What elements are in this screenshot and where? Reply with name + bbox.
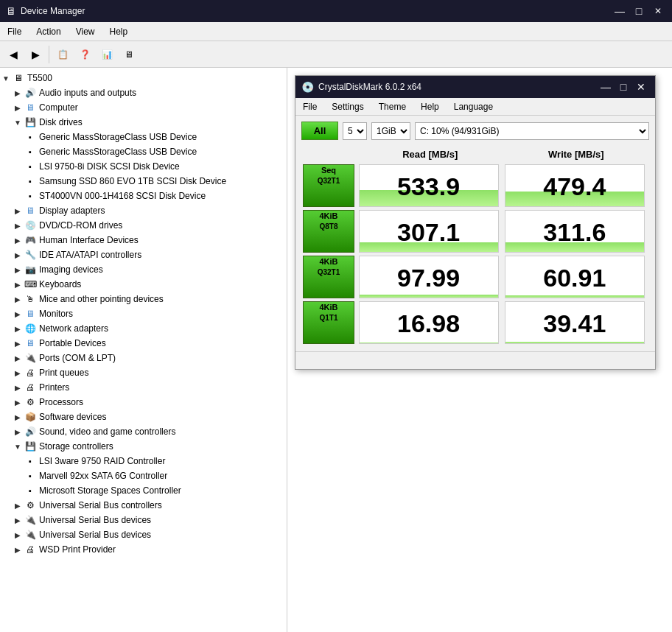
disk5-icon: ▪: [24, 189, 37, 203]
tree-item-mice[interactable]: ▶ 🖱 Mice and other pointing devices: [0, 292, 287, 306]
storage-ctrl-icon: 💾: [24, 440, 37, 453]
tree-item-disk4[interactable]: ▪ Samsung SSD 860 EVO 1TB SCSI Disk Devi…: [0, 174, 287, 189]
wsd-expand-icon[interactable]: ▶: [12, 544, 24, 555]
tree-item-software[interactable]: ▶ 📦 Software devices: [0, 410, 287, 424]
tree-item-imaging[interactable]: ▶ 📷 Imaging devices: [0, 262, 287, 277]
display-icon: 🖥: [24, 204, 37, 217]
monitors-expand-icon[interactable]: ▶: [12, 308, 24, 320]
tree-item-disk5[interactable]: ▪ ST4000VN 000-1H4168 SCSI Disk Device: [0, 189, 287, 203]
minimize-button[interactable]: —: [612, 3, 628, 19]
network-icon: 🌐: [24, 322, 37, 335]
cdm-maximize-button[interactable]: □: [615, 79, 631, 95]
menu-action[interactable]: Action: [29, 24, 68, 40]
toolbar-help-btn[interactable]: ❓: [74, 44, 95, 65]
close-button[interactable]: ✕: [650, 3, 666, 19]
dvd-expand-icon[interactable]: ▶: [12, 220, 24, 231]
cdm-close-button[interactable]: ✕: [633, 79, 649, 95]
hid-expand-icon[interactable]: ▶: [12, 234, 24, 246]
cdm-read-cell: 16.98: [357, 300, 503, 345]
tree-item-storage-ctrl[interactable]: ▼ 💾 Storage controllers: [0, 439, 287, 454]
toolbar: ◀ ▶ 📋 ❓ 📊 🖥: [0, 41, 672, 68]
tree-item-usb-ctrl[interactable]: ▶ 🔌 Universal Serial Bus devices: [0, 513, 287, 527]
tree-root[interactable]: ▼ 🖥 T5500: [0, 71, 287, 85]
sound-expand-icon[interactable]: ▶: [12, 426, 24, 438]
tree-item-computer[interactable]: ▶ 🖥 Computer: [0, 100, 287, 115]
tree-item-printers[interactable]: ▶ 🖨 Printers: [0, 380, 287, 395]
tree-item-sound[interactable]: ▶ 🔊 Sound, video and game controllers: [0, 424, 287, 439]
imaging-expand-icon[interactable]: ▶: [12, 264, 24, 275]
system-expand-icon[interactable]: ▶: [12, 499, 24, 511]
tree-item-processors[interactable]: ▶ ⚙ Processors: [0, 395, 287, 410]
printers-expand-icon[interactable]: ▶: [12, 382, 24, 393]
tree-item-portable[interactable]: ▶ 🖥 Portable Devices: [0, 336, 287, 351]
cdm-all-button[interactable]: All: [301, 122, 338, 140]
menu-help[interactable]: Help: [102, 24, 136, 40]
usb-dev-expand-icon[interactable]: ▶: [12, 529, 24, 541]
tree-item-storage3[interactable]: ▪ Microsoft Storage Spaces Controller: [0, 483, 287, 498]
root-expand-icon[interactable]: ▼: [0, 72, 12, 84]
cdm-drive-select[interactable]: C: 10% (94/931GiB): [415, 122, 649, 140]
cdm-menu-theme[interactable]: Theme: [371, 99, 413, 114]
processors-expand-icon[interactable]: ▶: [12, 396, 24, 408]
processors-icon: ⚙: [24, 396, 37, 409]
toolbar-properties-btn[interactable]: 📋: [52, 44, 73, 65]
network-expand-icon[interactable]: ▶: [12, 323, 24, 334]
menu-view[interactable]: View: [69, 24, 102, 40]
usb-ctrl-expand-icon[interactable]: ▶: [12, 514, 24, 526]
storage-ctrl-label: Storage controllers: [39, 441, 113, 452]
title-bar-controls: — □ ✕: [612, 3, 666, 19]
tree-item-audio[interactable]: ▶ 🔊 Audio inputs and outputs: [0, 85, 287, 100]
printq-expand-icon[interactable]: ▶: [12, 367, 24, 379]
cdm-row-label: SeqQ32T1: [301, 163, 357, 208]
toolbar-sep-1: [49, 46, 49, 63]
tree-item-storage1[interactable]: ▪ LSI 3ware 9750 RAID Controller: [0, 454, 287, 468]
toolbar-forward-btn[interactable]: ▶: [25, 44, 46, 65]
cdm-title-text: CrystalDiskMark 6.0.2 x64: [318, 82, 421, 92]
storage-ctrl-expand-icon[interactable]: ▼: [12, 440, 24, 452]
tree-item-keyboards[interactable]: ▶ ⌨ Keyboards: [0, 277, 287, 292]
display-label: Display adapters: [39, 206, 105, 216]
maximize-button[interactable]: □: [631, 3, 647, 19]
mice-expand-icon[interactable]: ▶: [12, 293, 24, 305]
cdm-menu-settings[interactable]: Settings: [324, 99, 371, 114]
software-expand-icon[interactable]: ▶: [12, 411, 24, 423]
cdm-menu-help[interactable]: Help: [413, 99, 447, 114]
tree-item-disk3[interactable]: ▪ LSI 9750-8i DISK SCSI Disk Device: [0, 159, 287, 174]
cdm-minimize-button[interactable]: —: [598, 79, 614, 95]
diskdrives-expand-icon[interactable]: ▼: [12, 116, 24, 128]
portable-expand-icon[interactable]: ▶: [12, 337, 24, 349]
cdm-count-select[interactable]: 5: [343, 122, 367, 140]
menu-file[interactable]: File: [0, 24, 29, 40]
tree-item-storage2[interactable]: ▪ Marvell 92xx SATA 6G Controller: [0, 468, 287, 483]
tree-item-disk1[interactable]: ▪ Generic MassStorageClass USB Device: [0, 130, 287, 144]
cdm-menu-file[interactable]: File: [295, 99, 324, 114]
tree-item-printq[interactable]: ▶ 🖨 Print queues: [0, 365, 287, 380]
tree-item-hid[interactable]: ▶ 🎮 Human Interface Devices: [0, 233, 287, 247]
root-label: T5500: [27, 73, 52, 83]
ide-expand-icon[interactable]: ▶: [12, 249, 24, 261]
cdm-size-select[interactable]: 1GiB: [371, 122, 410, 140]
audio-expand-icon[interactable]: ▶: [12, 87, 24, 99]
toolbar-computer-btn[interactable]: 🖥: [119, 44, 139, 65]
device-tree-panel[interactable]: ▼ 🖥 T5500 ▶ 🔊 Audio inputs and outputs ▶…: [0, 68, 287, 632]
ports-expand-icon[interactable]: ▶: [12, 352, 24, 364]
cdm-menu-language[interactable]: Language: [447, 99, 500, 114]
toolbar-back-btn[interactable]: ◀: [3, 44, 24, 65]
disk5-label: ST4000VN 000-1H4168 SCSI Disk Device: [39, 191, 206, 201]
tree-item-network[interactable]: ▶ 🌐 Network adapters: [0, 321, 287, 336]
computer-expand-icon[interactable]: ▶: [12, 102, 24, 113]
tree-item-ports[interactable]: ▶ 🔌 Ports (COM & LPT): [0, 351, 287, 365]
tree-item-dvd[interactable]: ▶ 💿 DVD/CD-ROM drives: [0, 218, 287, 233]
tree-item-disk2[interactable]: ▪ Generic MassStorageClass USB Device: [0, 144, 287, 159]
hid-icon: 🎮: [24, 234, 37, 247]
display-expand-icon[interactable]: ▶: [12, 205, 24, 217]
tree-item-usb-dev[interactable]: ▶ 🔌 Universal Serial Bus devices: [0, 527, 287, 542]
keyboards-expand-icon[interactable]: ▶: [12, 278, 24, 290]
tree-item-display[interactable]: ▶ 🖥 Display adapters: [0, 203, 287, 218]
tree-item-diskdrives[interactable]: ▼ 💾 Disk drives: [0, 115, 287, 130]
toolbar-view-btn[interactable]: 📊: [97, 44, 117, 65]
tree-item-monitors[interactable]: ▶ 🖥 Monitors: [0, 306, 287, 321]
tree-item-wsd[interactable]: ▶ 🖨 WSD Print Provider: [0, 542, 287, 557]
tree-item-system[interactable]: ▶ ⚙ Universal Serial Bus controllers: [0, 498, 287, 513]
tree-item-ide[interactable]: ▶ 🔧 IDE ATA/ATAPI controllers: [0, 247, 287, 262]
